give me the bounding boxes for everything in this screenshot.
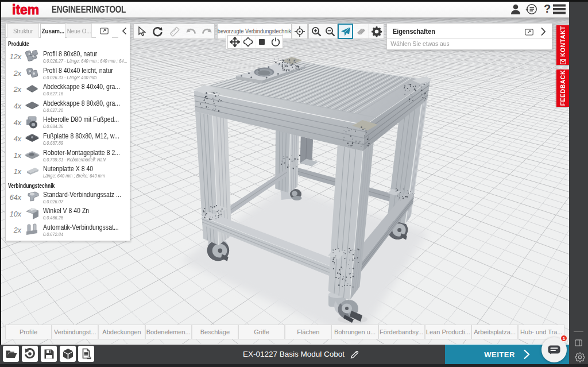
svg-text:?: ?	[544, 3, 551, 15]
